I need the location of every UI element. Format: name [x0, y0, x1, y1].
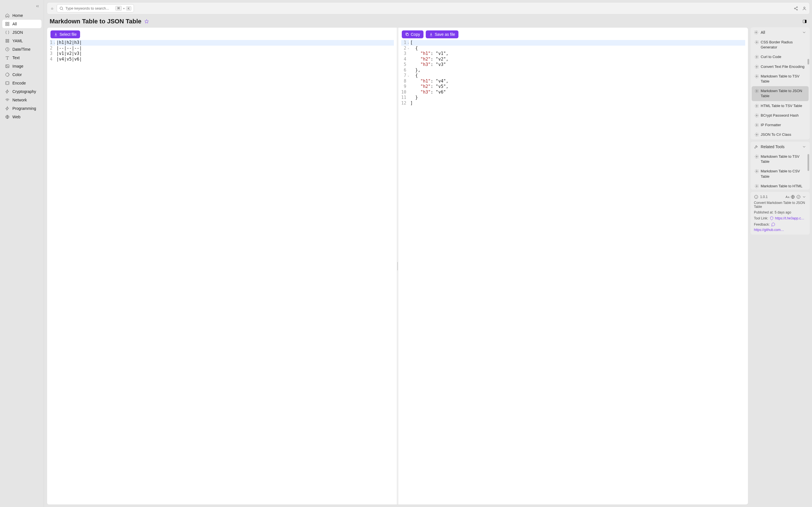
sidebar-item-web[interactable]: Web: [2, 113, 42, 121]
svg-rect-20: [805, 20, 806, 23]
sidebar-item-label: Home: [12, 13, 23, 18]
tool-item[interactable]: Curl to Code: [752, 52, 809, 62]
svg-rect-9: [6, 65, 9, 68]
tool-item-label: Markdown Table to JSON Table: [761, 89, 806, 99]
sidebar-item-label: Text: [12, 55, 20, 60]
svg-point-23: [756, 42, 757, 43]
tool-icon: [755, 132, 759, 137]
tool-item-label: Markdown Table to HTML Table: [761, 184, 806, 189]
tool-icon: [755, 55, 759, 59]
sidebar-item-cryptography[interactable]: Cryptography: [2, 87, 42, 96]
tool-item[interactable]: HTML Table to TSV Table: [752, 101, 809, 111]
sidebar-item-encode[interactable]: Encode: [2, 79, 42, 87]
comment-icon: [771, 222, 775, 227]
encode-icon: [5, 81, 10, 86]
tool-item-label: Markdown Table to CSV Table: [761, 169, 806, 179]
color-icon: [5, 72, 10, 77]
all-tools-scrollbar[interactable]: [808, 40, 809, 137]
sidebar-item-color[interactable]: Color: [2, 70, 42, 79]
tool-item[interactable]: Markdown Table to TSV Table: [752, 71, 809, 86]
tool-item[interactable]: Markdown Table to HTML Table: [752, 181, 809, 189]
svg-rect-6: [6, 41, 7, 42]
svg-rect-3: [8, 24, 9, 25]
sidebar-item-network[interactable]: Network: [2, 96, 42, 104]
sidebar-collapse-button[interactable]: [2, 3, 42, 11]
crypto-icon: [5, 89, 10, 94]
sidebar-item-yaml[interactable]: YAML: [2, 37, 42, 45]
sidebar-item-label: Encode: [12, 81, 26, 86]
tool-item[interactable]: Convert Text File Encoding: [752, 62, 809, 71]
save-as-file-button[interactable]: Save as file: [426, 31, 458, 38]
tool-item[interactable]: Markdown Table to TSV Table: [752, 152, 809, 166]
tool-icon: [755, 64, 759, 69]
all-tools-header[interactable]: All: [751, 27, 810, 38]
sidebar-item-json[interactable]: JSON: [2, 28, 42, 37]
copy-button[interactable]: Copy: [402, 31, 423, 38]
right-panel: All CSS Border Radius GeneratorCurl to C…: [751, 27, 810, 505]
sidebar-item-image[interactable]: Image: [2, 62, 42, 70]
json-icon: [5, 30, 10, 35]
tool-link-label: Tool Link:: [754, 216, 768, 220]
output-editor[interactable]: 1⌄2⌄34567⌄89101112 [ { "h1": "v1", "h2":…: [398, 40, 748, 504]
svg-point-38: [797, 195, 800, 199]
font-size-icon[interactable]: [785, 194, 790, 199]
tool-item[interactable]: CSS Border Radius Generator: [752, 38, 809, 52]
output-pane: Copy Save as file 1⌄2⌄34567⌄89101112 [ {…: [398, 27, 748, 504]
page-title: Markdown Table to JSON Table: [50, 18, 142, 25]
svg-rect-2: [6, 24, 7, 25]
globe-icon[interactable]: [791, 194, 795, 199]
yaml-icon: [5, 39, 10, 43]
clock-icon: [5, 47, 10, 52]
chevron-down-icon: [802, 30, 806, 35]
check-circle-icon[interactable]: [796, 194, 801, 199]
feedback-link[interactable]: https://github.com/…: [754, 228, 785, 232]
sidebar-item-text[interactable]: Text: [2, 54, 42, 62]
sidebar-item-all[interactable]: All: [2, 20, 42, 28]
title-row: Markdown Table to JSON Table: [47, 17, 810, 25]
tool-item-label: JSON To C# Class: [761, 132, 791, 137]
svg-point-25: [756, 66, 757, 67]
sidebar-item-programming[interactable]: Programming: [2, 104, 42, 113]
sidebar-item-label: JSON: [12, 30, 23, 35]
search-icon: [59, 6, 64, 11]
version-text: 1.0.1: [760, 195, 768, 199]
tool-item[interactable]: JSON To C# Class: [752, 130, 809, 139]
related-tools-title: Related Tools: [761, 145, 784, 149]
panel-toggle-icon[interactable]: [802, 19, 807, 24]
svg-rect-4: [6, 40, 7, 41]
chevron-down-icon[interactable]: [802, 194, 806, 199]
sidebar-item-date-time[interactable]: Date/Time: [2, 45, 42, 54]
select-file-button[interactable]: Select file: [50, 31, 80, 38]
svg-point-29: [756, 115, 757, 116]
tool-link[interactable]: https://t.he3app.co…: [775, 216, 806, 220]
tool-item-label: Markdown Table to TSV Table: [761, 154, 806, 164]
sidebar-item-home[interactable]: Home: [2, 11, 42, 20]
main: ⌘ + K Markdown Table to JSON Table: [44, 0, 812, 507]
sidebar-item-label: Network: [12, 98, 27, 102]
sidebar-item-label: All: [12, 22, 17, 26]
svg-point-30: [756, 124, 757, 126]
sidebar-item-label: Web: [12, 115, 20, 119]
tool-item[interactable]: Markdown Table to CSV Table: [752, 166, 809, 181]
related-tools-scrollbar[interactable]: [808, 154, 809, 187]
related-tools-header[interactable]: Related Tools: [751, 142, 810, 152]
share-icon[interactable]: [794, 6, 798, 11]
tool-item[interactable]: BCrypt Password Hash: [752, 111, 809, 120]
input-editor[interactable]: 1⌄234 |h1|h2|h3||--|--|--||v1|v2|v3||v4|…: [47, 40, 397, 504]
svg-rect-21: [407, 34, 409, 36]
tool-item[interactable]: IP Formatter: [752, 120, 809, 130]
user-icon[interactable]: [802, 6, 807, 11]
tool-item-label: BCrypt Password Hash: [761, 113, 799, 118]
svg-point-33: [756, 156, 757, 157]
tool-icon: [755, 154, 759, 159]
svg-point-35: [756, 186, 757, 187]
all-tools-title: All: [761, 30, 765, 35]
tool-item[interactable]: Markdown Table to JSON Table: [752, 86, 809, 101]
favorite-button[interactable]: [144, 19, 149, 24]
svg-point-18: [804, 7, 805, 8]
search-box[interactable]: ⌘ + K: [57, 4, 134, 12]
tool-icon: [755, 113, 759, 118]
home-button[interactable]: [50, 6, 54, 11]
svg-point-31: [756, 134, 757, 135]
search-input[interactable]: [65, 6, 114, 10]
